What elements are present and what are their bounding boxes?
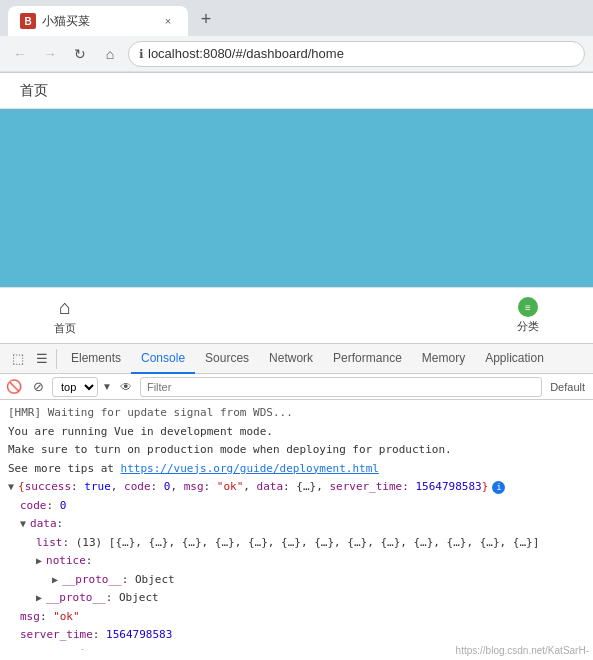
console-line-prod-1: Make sure to turn on production mode whe… <box>0 441 593 460</box>
main-content-area <box>0 109 593 287</box>
tab-sources[interactable]: Sources <box>195 344 259 374</box>
box-icon[interactable]: ☰ <box>32 349 52 369</box>
console-list: list: (13) [{…}, {…}, {…}, {…}, {…}, {…}… <box>0 534 593 553</box>
forward-button[interactable]: → <box>38 42 62 66</box>
category-badge-icon: ≡ <box>525 302 531 313</box>
browser-tab[interactable]: B 小猫买菜 × <box>8 6 188 36</box>
console-output: [HMR] Waiting for update signal from WDS… <box>0 400 593 650</box>
tab-favicon: B <box>20 13 36 29</box>
context-arrow: ▼ <box>102 381 112 392</box>
watermark: https://blog.csdn.net/KatSarH- <box>456 645 589 656</box>
new-tab-button[interactable]: + <box>192 5 220 33</box>
home-button[interactable]: ⌂ <box>98 42 122 66</box>
tab-memory[interactable]: Memory <box>412 344 475 374</box>
bottom-nav-home[interactable]: ⌂ 首页 <box>40 296 90 336</box>
data-triangle[interactable]: ▼ <box>20 518 26 529</box>
cursor-icon[interactable]: ⬚ <box>8 349 28 369</box>
category-icon-wrapper: ≡ <box>518 297 538 317</box>
default-label: Default <box>546 381 589 393</box>
filter-icon[interactable]: ⊘ <box>28 377 48 397</box>
console-notice: ▶notice: <box>0 552 593 571</box>
console-proto-1: ▶__proto__: Object <box>0 571 593 590</box>
bottom-nav-category[interactable]: ≡ 分类 <box>503 297 553 334</box>
notice-triangle[interactable]: ▶ <box>36 555 42 566</box>
console-code: code: 0 <box>0 497 593 516</box>
address-bar[interactable]: ℹ localhost:8080/#/dashboard/home <box>128 41 585 67</box>
no-entry-icon[interactable]: 🚫 <box>4 377 24 397</box>
eye-button[interactable]: 👁 <box>116 377 136 397</box>
info-icon: i <box>492 481 505 494</box>
console-server-time: server_time: 1564798583 <box>0 626 593 645</box>
tab-title: 小猫买菜 <box>42 13 154 30</box>
category-nav-label: 分类 <box>517 319 539 334</box>
proto2-triangle[interactable]: ▶ <box>36 592 42 603</box>
refresh-button[interactable]: ↻ <box>68 42 92 66</box>
root-triangle[interactable]: ▼ <box>8 481 14 492</box>
console-line-prod-2: See more tips at https://vuejs.org/guide… <box>0 460 593 479</box>
home-nav-label: 首页 <box>54 321 76 336</box>
home-icon: ⌂ <box>59 296 71 319</box>
tab-elements[interactable]: Elements <box>61 344 131 374</box>
bottom-nav: ⌂ 首页 ≡ 分类 <box>0 287 593 343</box>
tab-bar: B 小猫买菜 × + <box>0 0 593 36</box>
back-button[interactable]: ← <box>8 42 32 66</box>
console-proto-2: ▶__proto__: Object <box>0 589 593 608</box>
page-content: 首页 ⌂ 首页 ≡ 分类 <box>0 73 593 343</box>
console-line-hmr: [HMR] Waiting for update signal from WDS… <box>0 404 593 423</box>
context-select[interactable]: top <box>52 377 98 397</box>
address-text: localhost:8080/#/dashboard/home <box>148 46 344 61</box>
tab-network[interactable]: Network <box>259 344 323 374</box>
browser-chrome: B 小猫买菜 × + ← → ↻ ⌂ ℹ localhost:8080/#/da… <box>0 0 593 73</box>
lock-icon: ℹ <box>139 47 144 61</box>
category-badge: ≡ <box>518 297 538 317</box>
tab-application[interactable]: Application <box>475 344 554 374</box>
tab-console[interactable]: Console <box>131 344 195 374</box>
top-nav-home[interactable]: 首页 <box>12 78 56 104</box>
devtools-action-icons: ⬚ ☰ <box>4 349 57 369</box>
browser-toolbar: ← → ↻ ⌂ ℹ localhost:8080/#/dashboard/hom… <box>0 36 593 72</box>
top-nav: 首页 <box>0 73 593 109</box>
console-line-vue-dev: You are running Vue in development mode. <box>0 423 593 442</box>
tab-performance[interactable]: Performance <box>323 344 412 374</box>
deployment-link[interactable]: https://vuejs.org/guide/deployment.html <box>121 462 379 475</box>
console-object-root: ▼{success: true, code: 0, msg: "ok", dat… <box>0 478 593 497</box>
console-data-label: ▼data: <box>0 515 593 534</box>
devtools-panel: ⬚ ☰ Elements Console Sources Network Per… <box>0 343 593 653</box>
console-toolbar: 🚫 ⊘ top ▼ 👁 Default <box>0 374 593 400</box>
console-msg: msg: "ok" <box>0 608 593 627</box>
tab-close-button[interactable]: × <box>160 13 176 29</box>
devtools-tabs: ⬚ ☰ Elements Console Sources Network Per… <box>0 344 593 374</box>
filter-input[interactable] <box>140 377 542 397</box>
proto1-triangle[interactable]: ▶ <box>52 574 58 585</box>
